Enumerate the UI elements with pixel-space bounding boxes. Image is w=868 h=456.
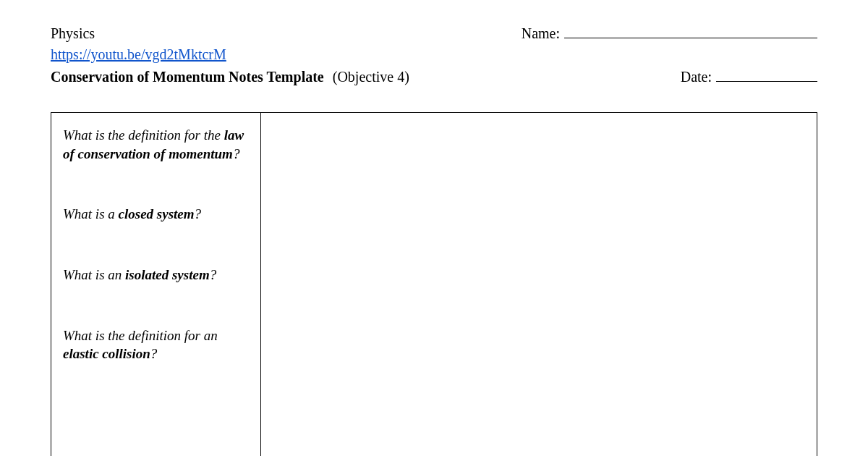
- objective-label: (Objective 4): [333, 67, 409, 88]
- q2-bold: closed system: [119, 206, 195, 221]
- q3-pre: What is an: [63, 267, 125, 282]
- q1-pre: What is the definition for the: [63, 127, 224, 143]
- q2-post: ?: [195, 206, 202, 221]
- q1-post: ?: [233, 146, 240, 161]
- date-label: Date:: [681, 67, 712, 88]
- question-3: What is an isolated system?: [63, 266, 249, 284]
- name-field: Name:: [522, 23, 817, 44]
- q4-bold: elastic collision: [63, 346, 150, 361]
- header-row-1: Physics Name:: [51, 23, 817, 44]
- question-1: What is the definition for the law of co…: [63, 126, 249, 163]
- question-4: What is the definition for an elastic co…: [63, 326, 249, 363]
- date-field: Date:: [681, 67, 817, 88]
- q4-post: ?: [150, 346, 158, 361]
- youtube-link[interactable]: https://youtu.be/vgd2tMktcrM: [51, 46, 226, 62]
- q3-post: ?: [210, 267, 217, 282]
- title-left-group: Conservation of Momentum Notes Template …: [51, 67, 409, 88]
- notes-table: What is the definition for the law of co…: [51, 112, 817, 456]
- subject-label: Physics: [51, 23, 95, 44]
- questions-column: What is the definition for the law of co…: [51, 113, 261, 456]
- title-row: Conservation of Momentum Notes Template …: [51, 67, 817, 88]
- name-blank-line: [564, 25, 817, 38]
- q3-bold: isolated system: [125, 267, 210, 282]
- q4-pre: What is the definition for an: [63, 328, 218, 343]
- question-2: What is a closed system?: [63, 205, 249, 224]
- answers-column: [261, 113, 817, 456]
- document-title: Conservation of Momentum Notes Template: [51, 67, 324, 88]
- date-blank-line: [716, 69, 817, 82]
- q2-pre: What is a: [63, 206, 119, 221]
- name-label: Name:: [522, 23, 560, 44]
- link-row: https://youtu.be/vgd2tMktcrM: [51, 44, 817, 65]
